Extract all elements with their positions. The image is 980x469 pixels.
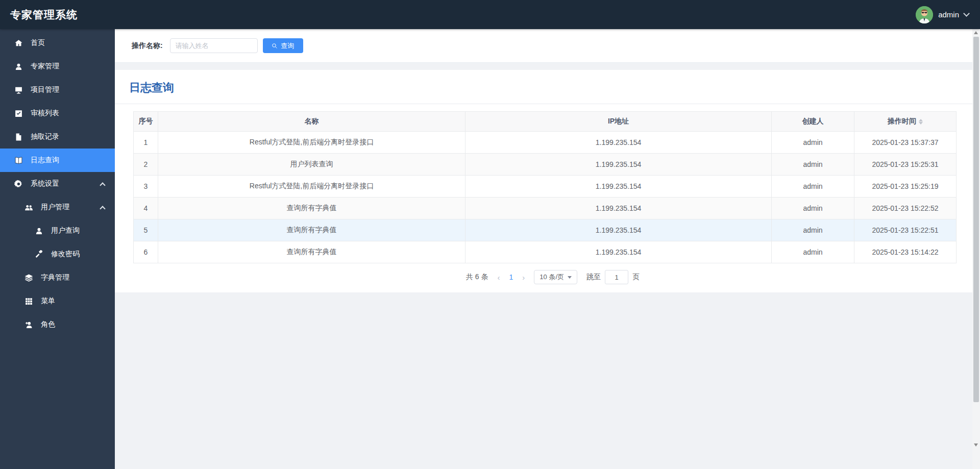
sidebar-menu: 首页 专家管理 项目管理 审核列表 抽取记录 — [0, 29, 115, 336]
username-label[interactable]: admin — [938, 10, 959, 19]
cell-creator: admin — [772, 198, 854, 219]
cell-name: Restful方式登陆,前后端分离时登录接口 — [158, 132, 465, 154]
cell-creator: admin — [772, 132, 854, 154]
scroll-down-arrow-icon[interactable] — [974, 443, 978, 447]
cell-no: 3 — [134, 176, 158, 198]
cell-no: 5 — [134, 219, 158, 241]
monitor-icon — [14, 85, 23, 94]
main-content: 操作名称: 查询 日志查询 序号 名称 IP地址 — [115, 29, 980, 469]
log-table: 序号 名称 IP地址 创建人 操作时间 1 Restful方式登陆,前后端分离时… — [133, 111, 957, 263]
cell-time: 2025-01-23 15:25:31 — [854, 154, 957, 176]
top-navbar: 专家管理系统 admin — [0, 0, 980, 29]
jump-suffix: 页 — [632, 273, 640, 282]
sidebar-item-home[interactable]: 首页 — [0, 31, 115, 55]
cell-time: 2025-01-23 15:22:52 — [854, 198, 957, 219]
sidebar-item-label: 项目管理 — [31, 85, 59, 94]
chevron-down-icon — [568, 276, 572, 279]
jump-label: 跳至 — [586, 273, 601, 282]
sidebar: 首页 专家管理 项目管理 审核列表 抽取记录 — [0, 29, 115, 469]
sidebar-item-roles[interactable]: 角色 — [0, 313, 115, 336]
cell-name: 查询所有字典值 — [158, 241, 465, 263]
prev-page-button[interactable]: ‹ — [495, 273, 503, 282]
cell-time: 2025-01-23 15:14:22 — [854, 241, 957, 263]
vertical-scrollbar[interactable] — [972, 29, 980, 469]
search-input[interactable] — [170, 38, 258, 53]
sidebar-item-label: 审核列表 — [31, 109, 59, 118]
cell-ip: 1.199.235.154 — [465, 241, 772, 263]
cell-no: 6 — [134, 241, 158, 263]
table-header-row: 序号 名称 IP地址 创建人 操作时间 — [134, 112, 957, 132]
home-icon — [14, 38, 23, 47]
search-button-label: 查询 — [281, 41, 294, 51]
log-query-panel: 日志查询 序号 名称 IP地址 创建人 操作时间 — [115, 70, 980, 292]
panel-header: 日志查询 — [115, 70, 980, 104]
table-row[interactable]: 6 查询所有字典值 1.199.235.154 admin 2025-01-23… — [134, 241, 957, 263]
sidebar-item-label: 用户查询 — [51, 226, 80, 235]
column-header-name: 名称 — [158, 112, 465, 132]
grid-icon — [24, 297, 33, 306]
table-row[interactable]: 3 Restful方式登陆,前后端分离时登录接口 1.199.235.154 a… — [134, 176, 957, 198]
column-header-creator: 创建人 — [772, 112, 854, 132]
sidebar-item-label: 抽取记录 — [31, 132, 59, 141]
sidebar-item-dictionary-management[interactable]: 字典管理 — [0, 266, 115, 289]
cell-name: 查询所有字典值 — [158, 198, 465, 219]
cell-time: 2025-01-23 15:37:37 — [854, 132, 957, 154]
file-icon — [14, 132, 23, 141]
cell-no: 2 — [134, 154, 158, 176]
sidebar-item-change-password[interactable]: 修改密码 — [0, 242, 115, 266]
cell-ip: 1.199.235.154 — [465, 198, 772, 219]
jump-page-input[interactable] — [605, 270, 628, 284]
cell-time: 2025-01-23 15:22:51 — [854, 219, 957, 241]
table-row[interactable]: 1 Restful方式登陆,前后端分离时登录接口 1.199.235.154 a… — [134, 132, 957, 154]
sidebar-item-extraction-records[interactable]: 抽取记录 — [0, 125, 115, 149]
search-bar: 操作名称: 查询 — [115, 29, 980, 63]
sidebar-item-label: 专家管理 — [31, 62, 59, 71]
user-avatar[interactable] — [916, 6, 933, 23]
cell-ip: 1.199.235.154 — [465, 132, 772, 154]
column-header-ip: IP地址 — [465, 112, 772, 132]
table-row[interactable]: 2 用户列表查询 1.199.235.154 admin 2025-01-23 … — [134, 154, 957, 176]
user-icon — [34, 226, 43, 235]
table-row-hovered[interactable]: 5 查询所有字典值 1.199.235.154 admin 2025-01-23… — [134, 219, 957, 241]
user-icon — [14, 62, 23, 71]
user-plus-icon — [24, 320, 33, 329]
scrollbar-thumb[interactable] — [973, 37, 979, 402]
search-icon — [272, 43, 278, 49]
cell-creator: admin — [772, 241, 854, 263]
sidebar-item-experts[interactable]: 专家管理 — [0, 55, 115, 78]
search-button[interactable]: 查询 — [263, 38, 303, 53]
cell-ip: 1.199.235.154 — [465, 176, 772, 198]
page-size-select[interactable]: 10 条/页 — [534, 270, 577, 284]
sidebar-item-label: 系统设置 — [31, 179, 59, 188]
cell-no: 1 — [134, 132, 158, 154]
cell-creator: admin — [772, 154, 854, 176]
app-title: 专家管理系统 — [0, 8, 78, 22]
sidebar-item-user-query[interactable]: 用户查询 — [0, 219, 115, 242]
hammer-icon — [34, 250, 43, 259]
cell-ip: 1.199.235.154 — [465, 154, 772, 176]
sidebar-item-label: 日志查询 — [31, 156, 59, 165]
sidebar-item-log-query[interactable]: 日志查询 — [0, 149, 115, 172]
users-icon — [24, 203, 33, 212]
scroll-up-arrow-icon[interactable] — [974, 31, 978, 34]
sidebar-item-system-settings[interactable]: 系统设置 — [0, 172, 115, 195]
pagination-total: 共 6 条 — [466, 273, 488, 282]
sidebar-item-projects[interactable]: 项目管理 — [0, 78, 115, 102]
user-menu[interactable]: admin — [916, 0, 969, 29]
log-table-container: 序号 名称 IP地址 创建人 操作时间 1 Restful方式登陆,前后端分离时… — [133, 111, 972, 284]
next-page-button[interactable]: › — [519, 273, 528, 282]
page-number-1[interactable]: 1 — [506, 273, 517, 281]
sort-icon[interactable] — [919, 119, 923, 125]
jump-to-page: 跳至 页 — [586, 270, 640, 284]
table-row[interactable]: 4 查询所有字典值 1.199.235.154 admin 2025-01-23… — [134, 198, 957, 219]
chevron-up-icon — [100, 206, 105, 211]
cell-time: 2025-01-23 15:25:19 — [854, 176, 957, 198]
sidebar-item-menu[interactable]: 菜单 — [0, 289, 115, 313]
sidebar-item-label: 修改密码 — [51, 250, 80, 259]
sidebar-item-review-list[interactable]: 审核列表 — [0, 102, 115, 125]
search-field-label: 操作名称: — [132, 41, 163, 51]
column-header-time[interactable]: 操作时间 — [854, 112, 957, 132]
chevron-down-icon — [963, 10, 970, 17]
cell-no: 4 — [134, 198, 158, 219]
sidebar-item-user-management[interactable]: 用户管理 — [0, 195, 115, 219]
